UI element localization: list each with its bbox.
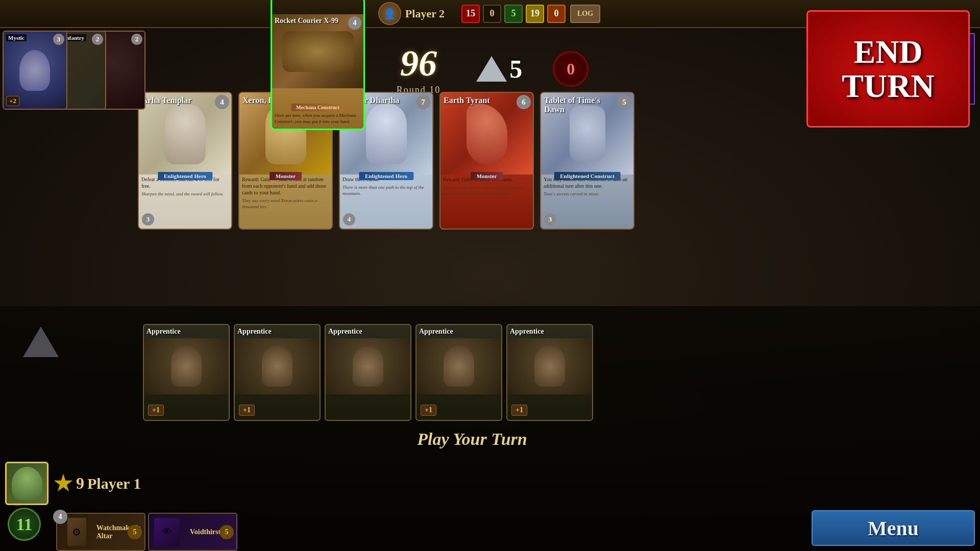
apprentice-figure-2: [262, 346, 292, 387]
tablet-type: Enlightened Construct: [554, 172, 621, 180]
watchmaker-left-num: 4: [53, 510, 67, 524]
apprentice-name-3: Apprentice: [326, 325, 410, 338]
triangle-icon: [476, 56, 507, 82]
apprentice-card-3[interactable]: Apprentice: [325, 324, 411, 421]
earth-tyrant-cost: 6: [517, 95, 531, 109]
bottom-card-watchmaker[interactable]: 4 ⚙ Watchmaker's Altar 5: [56, 513, 145, 551]
player1-portrait: [5, 462, 48, 505]
apprentice-bonus-4: +1: [421, 405, 436, 416]
apprentice-row: Apprentice +1 Apprentice +1 Apprentice A…: [143, 321, 801, 423]
arha-cost: 4: [215, 95, 229, 109]
player1-info: 9 Player 1: [5, 462, 141, 505]
end-turn-button[interactable]: ENDTURN: [806, 10, 970, 128]
skull-icon: 0: [553, 51, 589, 87]
player2-stat5: 0: [547, 5, 566, 23]
player2-avatar: 👤: [378, 2, 401, 25]
cultist-cost: 2: [131, 34, 142, 45]
player2-hp: 15: [461, 5, 480, 23]
tablet-bottom: 3: [544, 213, 556, 226]
apprentice-art-2: [235, 338, 320, 394]
arha-name: Arha Templar: [142, 96, 217, 105]
honor-display: 5: [476, 54, 522, 84]
rocket-type: Mechana Construct: [291, 104, 345, 111]
apprentice-card-4[interactable]: Apprentice +1: [415, 324, 502, 421]
apprentice-name-1: Apprentice: [144, 325, 229, 338]
apprentice-figure-3: [353, 346, 383, 387]
player1-stats: 9 Player 1: [54, 474, 141, 493]
menu-button[interactable]: Menu: [812, 510, 975, 546]
apprentice-figure-1: [171, 346, 202, 387]
dhartha-cost: 7: [416, 95, 430, 109]
dhartha-bottom: 4: [343, 213, 355, 226]
apprentice-figure-5: [534, 346, 565, 387]
apprentice-art-3: [326, 338, 410, 394]
player1-honor: 9: [76, 474, 84, 493]
log-button[interactable]: LOG: [570, 5, 600, 23]
dhartha-type: Enlightened Hero: [359, 172, 413, 180]
honor-star: [54, 474, 73, 493]
play-your-turn-area: Play Your Turn: [143, 430, 801, 449]
mystic-name: Mystic: [6, 34, 27, 41]
earth-tyrant-name: Earth Tyrant: [444, 96, 519, 105]
player2-name: Player 2: [405, 7, 445, 20]
apprentice-art-5: [507, 338, 592, 394]
market-card-arha[interactable]: Arha Templar 4 Enlightened Hero Defeat a…: [138, 92, 232, 230]
apprentice-card-5[interactable]: Apprentice +1: [506, 324, 593, 421]
apprentice-card-2[interactable]: Apprentice +1: [234, 324, 321, 421]
apprentice-bonus-2: +1: [239, 405, 255, 416]
round-number: 96: [400, 42, 437, 85]
apprentice-name-5: Apprentice: [507, 325, 592, 338]
voidthirster-right-num: 5: [219, 525, 234, 539]
rocket-cost: 4: [348, 16, 361, 30]
player1-name: Player 1: [87, 475, 141, 492]
earth-tyrant-type: Monster: [471, 172, 503, 180]
xeron-type: Monster: [270, 172, 302, 180]
rune-count: 11: [8, 508, 41, 541]
apprentice-art-4: [416, 338, 501, 394]
bottom-card-voidthirster[interactable]: 👁 Voidthirster 5: [148, 513, 237, 551]
tablet-name: Tablet of Time's Dawn: [544, 96, 619, 114]
rocket-text: Once per turn, when you acquire a Mechan…: [275, 112, 361, 130]
bottom-cards: 4 ⚙ Watchmaker's Altar 5 👁 Voidthirster …: [56, 513, 237, 551]
opponent-hand: Mystic 3 +2 Heavy Infantry 2 +2 Cultist …: [0, 28, 133, 112]
tablet-cost: 5: [617, 95, 631, 109]
play-your-turn-text: Play Your Turn: [143, 430, 801, 449]
player2-stat2: 0: [483, 5, 501, 23]
apprentice-bonus-1: +1: [148, 405, 164, 416]
watchmaker-right-num: 5: [128, 525, 142, 539]
arha-type: Enlightened Hero: [158, 172, 212, 180]
mystic-cost: 3: [53, 34, 64, 45]
opp-card-mystic: Mystic 3 +2: [3, 31, 67, 110]
player2-honor: 19: [526, 5, 544, 23]
apprentice-figure-4: [444, 346, 474, 387]
rocket-name: Rocket Courier X-99: [275, 17, 351, 25]
highlighted-card-rocket[interactable]: Rocket Courier X-99 4 Mechana Construct …: [271, 0, 365, 130]
menu-text: Menu: [868, 516, 919, 540]
arha-bottom: 3: [142, 213, 154, 226]
apprentice-name-4: Apprentice: [416, 325, 501, 338]
end-turn-text: ENDTURN: [842, 35, 934, 103]
player-marker-triangle: [23, 327, 59, 357]
apprentice-bonus-5: +1: [511, 405, 527, 416]
market-card-tablet[interactable]: Tablet of Time's Dawn 5 Enlightened Cons…: [540, 92, 634, 230]
player2-cards: 5: [504, 5, 523, 23]
skull-zero: 0: [567, 60, 575, 79]
apprentice-card-1[interactable]: Apprentice +1: [143, 324, 230, 421]
apprentice-name-2: Apprentice: [235, 325, 320, 338]
apprentice-art-1: [144, 338, 229, 394]
honor-value: 5: [509, 54, 522, 84]
mystic-bonus: +2: [6, 96, 19, 106]
market-card-earth-tyrant[interactable]: Earth Tyrant 6 Monster Reward: Gain ✦. D…: [439, 92, 534, 230]
